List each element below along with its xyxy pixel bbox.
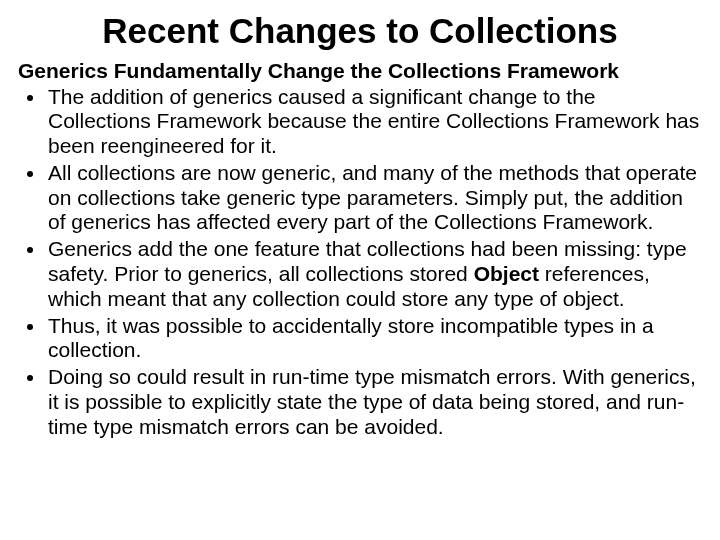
slide-subhead: Generics Fundamentally Change the Collec… (18, 59, 702, 83)
list-item: Doing so could result in run-time type m… (46, 365, 702, 439)
slide-title: Recent Changes to Collections (18, 12, 702, 51)
bullet-text: Thus, it was possible to accidentally st… (48, 314, 654, 362)
list-item: All collections are now generic, and man… (46, 161, 702, 235)
bullet-text: All collections are now generic, and man… (48, 161, 697, 234)
bullet-bold: Object (474, 262, 539, 285)
list-item: Generics add the one feature that collec… (46, 237, 702, 311)
bullet-text: Doing so could result in run-time type m… (48, 365, 696, 438)
list-item: Thus, it was possible to accidentally st… (46, 314, 702, 364)
bullet-list: The addition of generics caused a signif… (18, 85, 702, 440)
bullet-text: The addition of generics caused a signif… (48, 85, 699, 158)
list-item: The addition of generics caused a signif… (46, 85, 702, 159)
slide: Recent Changes to Collections Generics F… (0, 0, 720, 540)
